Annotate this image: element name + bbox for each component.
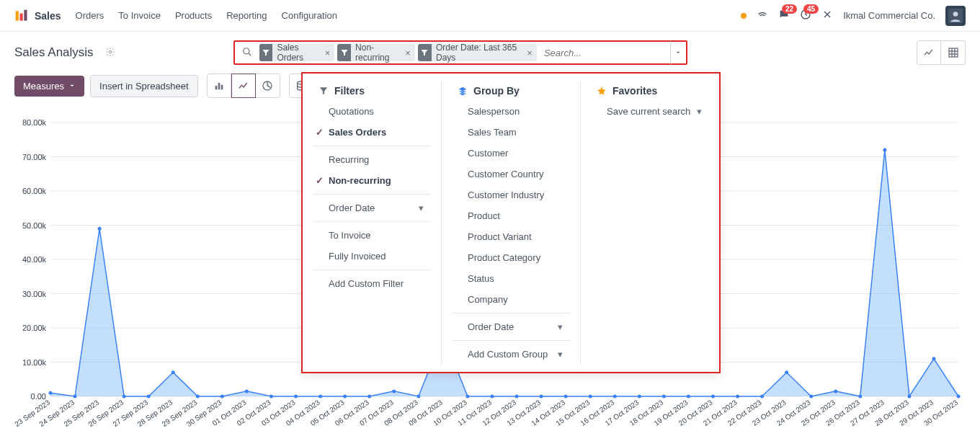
svg-text:40.00k: 40.00k xyxy=(22,255,47,264)
activities-badge: 45 xyxy=(803,4,819,14)
chip-close-icon[interactable]: × xyxy=(401,48,415,58)
filter-quotations[interactable]: Quotations xyxy=(313,101,431,122)
chip-close-icon[interactable]: × xyxy=(321,48,335,58)
filter-non-recurring[interactable]: Non-recurring xyxy=(313,170,431,191)
filter-fully-invoiced[interactable]: Fully Invoiced xyxy=(313,246,431,267)
svg-point-57 xyxy=(589,395,592,399)
view-pivot-button[interactable] xyxy=(941,40,966,65)
search-icon[interactable] xyxy=(235,47,259,59)
funnel-icon xyxy=(259,44,273,61)
company-name[interactable]: Ikmal Commercial Co. xyxy=(843,10,935,21)
page-title: Sales Analysis xyxy=(14,45,94,60)
group-order-date[interactable]: Order Date ▾ xyxy=(452,316,570,337)
messages-icon[interactable]: 22 xyxy=(778,9,790,22)
nav-configuration[interactable]: Configuration xyxy=(282,10,337,21)
chart-type-group xyxy=(207,74,280,98)
nav-reporting[interactable]: Reporting xyxy=(226,10,267,21)
svg-point-7 xyxy=(244,48,249,53)
svg-text:30.00k: 30.00k xyxy=(22,290,47,298)
svg-point-59 xyxy=(638,395,641,399)
group-status[interactable]: Status xyxy=(452,268,570,289)
svg-point-53 xyxy=(490,395,494,399)
svg-rect-11 xyxy=(220,85,223,90)
nav-products[interactable]: Products xyxy=(175,10,212,21)
view-chart-button[interactable] xyxy=(917,40,941,65)
measures-button[interactable]: Measures xyxy=(14,76,84,97)
svg-point-45 xyxy=(294,395,298,399)
svg-text:60.00k: 60.00k xyxy=(22,187,47,195)
group-customer[interactable]: Customer xyxy=(452,143,570,164)
svg-point-41 xyxy=(196,395,200,399)
group-industry[interactable]: Customer Industry xyxy=(452,184,570,205)
filter-sales-orders[interactable]: Sales Orders xyxy=(313,122,431,143)
nav-orders[interactable]: Orders xyxy=(76,10,104,21)
svg-text:10.00k: 10.00k xyxy=(22,358,47,367)
search-dropdown-panel: Filters Quotations Sales Orders Recurrin… xyxy=(301,72,721,373)
chevron-down-icon: ▾ xyxy=(419,203,424,213)
search-input[interactable] xyxy=(540,48,670,58)
svg-point-58 xyxy=(613,395,617,399)
group-variant[interactable]: Product Variant xyxy=(452,226,570,247)
svg-point-62 xyxy=(711,395,715,399)
activities-icon[interactable]: 45 xyxy=(800,9,811,22)
filter-order-date[interactable]: Order Date ▾ xyxy=(313,197,431,218)
group-category[interactable]: Product Category xyxy=(452,247,570,268)
svg-point-60 xyxy=(662,395,666,399)
chevron-down-icon xyxy=(68,82,76,89)
bar-chart-button[interactable] xyxy=(207,74,231,98)
chip-label: Non-recurring xyxy=(351,43,401,63)
svg-point-70 xyxy=(907,395,911,399)
top-nav: Sales Orders To Invoice Products Reporti… xyxy=(0,0,980,32)
view-switcher xyxy=(917,40,966,65)
svg-point-5 xyxy=(953,12,958,17)
app-name[interactable]: Sales xyxy=(35,10,61,22)
app-icon xyxy=(14,9,29,23)
chip-close-icon[interactable]: × xyxy=(522,48,537,58)
filter-recurring[interactable]: Recurring xyxy=(313,149,431,170)
svg-point-69 xyxy=(883,148,886,152)
save-current-search[interactable]: Save current search ▾ xyxy=(591,101,709,122)
svg-point-48 xyxy=(368,395,371,399)
groupby-column: Group By Salesperson Sales Team Customer… xyxy=(442,81,581,365)
line-chart-button[interactable] xyxy=(231,74,256,98)
subheader: Sales Analysis Sales Orders × Non-recurr… xyxy=(0,32,980,74)
pie-chart-button[interactable] xyxy=(256,74,280,98)
wifi-icon[interactable] xyxy=(757,9,768,22)
svg-text:80.00k: 80.00k xyxy=(22,118,47,127)
add-custom-filter[interactable]: Add Custom Filter xyxy=(313,273,431,294)
favorites-header: Favorites xyxy=(591,81,709,101)
group-product[interactable]: Product xyxy=(452,205,570,226)
group-salesperson[interactable]: Salesperson xyxy=(452,101,570,122)
avatar[interactable] xyxy=(945,6,966,26)
svg-point-72 xyxy=(957,395,961,399)
group-country[interactable]: Customer Country xyxy=(452,164,570,184)
svg-text:70.00k: 70.00k xyxy=(22,153,47,161)
svg-point-50 xyxy=(416,395,420,399)
group-sales-team[interactable]: Sales Team xyxy=(452,122,570,143)
search-dropdown-toggle[interactable] xyxy=(670,41,686,64)
svg-text:0.00: 0.00 xyxy=(31,392,46,401)
group-company[interactable]: Company xyxy=(452,289,570,310)
svg-rect-0 xyxy=(16,11,19,20)
svg-rect-9 xyxy=(215,86,217,89)
svg-point-65 xyxy=(785,370,788,374)
svg-point-6 xyxy=(109,50,112,53)
insert-spreadsheet-button[interactable]: Insert in Spreadsheet xyxy=(90,75,198,97)
svg-rect-1 xyxy=(20,13,23,20)
status-dot-icon xyxy=(741,13,747,19)
nav-to-invoice[interactable]: To Invoice xyxy=(118,10,161,21)
svg-point-66 xyxy=(809,395,813,399)
svg-point-37 xyxy=(98,227,102,231)
chip-label: Order Date: Last 365 Days xyxy=(432,43,522,63)
svg-point-61 xyxy=(687,395,690,399)
svg-text:20.00k: 20.00k xyxy=(22,324,47,332)
funnel-icon xyxy=(337,44,351,61)
search-chip-non-recurring: Non-recurring × xyxy=(337,44,414,61)
filter-to-invoice[interactable]: To Invoice xyxy=(313,225,431,246)
svg-point-39 xyxy=(147,395,151,399)
svg-point-63 xyxy=(736,395,739,399)
add-custom-group[interactable]: Add Custom Group ▾ xyxy=(452,344,570,365)
filters-column: Filters Quotations Sales Orders Recurrin… xyxy=(303,81,442,365)
tools-icon[interactable] xyxy=(821,9,833,22)
gear-icon[interactable] xyxy=(105,47,115,59)
